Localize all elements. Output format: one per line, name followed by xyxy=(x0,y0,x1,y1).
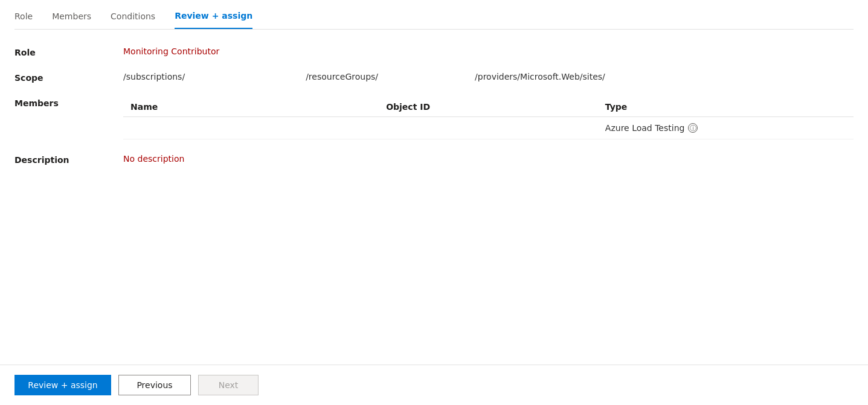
col-header-name: Name xyxy=(123,97,379,117)
scope-segment-2: /resourceGroups/ xyxy=(306,72,378,81)
col-header-type: Type xyxy=(598,97,854,117)
member-name xyxy=(123,117,379,139)
info-icon[interactable]: ⓘ xyxy=(688,123,698,133)
scope-value: /subscriptions/ /resourceGroups/ /provid… xyxy=(123,72,854,81)
previous-button[interactable]: Previous xyxy=(118,375,191,395)
scope-segment-1: /subscriptions/ xyxy=(123,72,185,81)
members-section: Members Name Object ID Type xyxy=(14,97,854,139)
description-section: Description No description xyxy=(14,154,854,165)
type-cell: Azure Load Testing ⓘ xyxy=(605,123,846,133)
members-table-header: Name Object ID Type xyxy=(123,97,854,117)
tab-members[interactable]: Members xyxy=(52,5,91,28)
role-section: Role Monitoring Contributor xyxy=(14,46,854,57)
tab-navigation: Role Members Conditions Review + assign xyxy=(14,0,854,30)
scope-label: Scope xyxy=(14,72,123,83)
description-value: No description xyxy=(123,154,184,164)
scope-section: Scope /subscriptions/ /resourceGroups/ /… xyxy=(14,72,854,83)
role-value: Monitoring Contributor xyxy=(123,46,854,56)
footer: Review + assign Previous Next xyxy=(0,365,868,405)
member-type-value: Azure Load Testing xyxy=(605,123,685,133)
review-assign-button[interactable]: Review + assign xyxy=(14,375,111,395)
members-table: Name Object ID Type Azure Load Testing ⓘ xyxy=(123,97,854,139)
members-table-body: Azure Load Testing ⓘ xyxy=(123,117,854,139)
members-label: Members xyxy=(14,97,123,108)
col-header-objectid: Object ID xyxy=(379,97,598,117)
members-table-header-row: Name Object ID Type xyxy=(123,97,854,117)
tab-review-assign[interactable]: Review + assign xyxy=(175,5,252,29)
tab-role[interactable]: Role xyxy=(14,5,33,28)
role-label: Role xyxy=(14,46,123,57)
table-row: Azure Load Testing ⓘ xyxy=(123,117,854,139)
next-button: Next xyxy=(198,375,259,395)
scope-segment-3: /providers/Microsoft.Web/sites/ xyxy=(475,72,605,81)
members-table-wrapper: Name Object ID Type Azure Load Testing ⓘ xyxy=(123,97,854,139)
member-type: Azure Load Testing ⓘ xyxy=(598,117,854,139)
member-objectid xyxy=(379,117,598,139)
description-label: Description xyxy=(14,154,123,165)
tab-conditions[interactable]: Conditions xyxy=(111,5,155,28)
